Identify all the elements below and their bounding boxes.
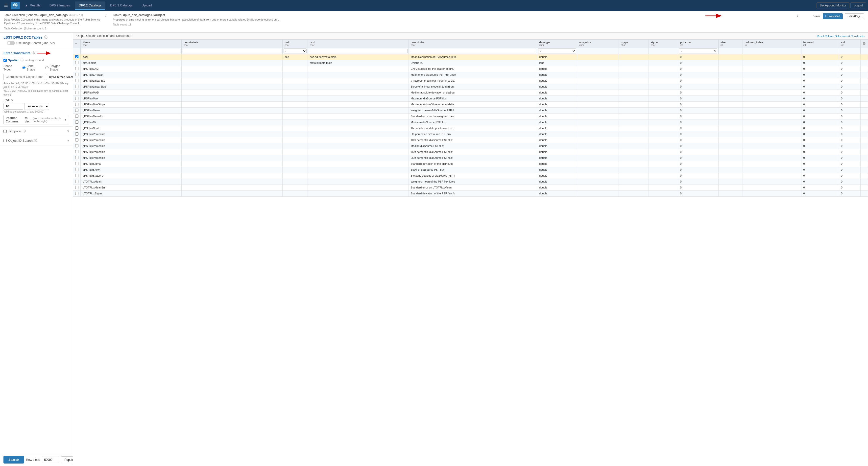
row-checkbox-cell[interactable] — [73, 155, 81, 161]
use-image-toggle[interactable] — [7, 41, 15, 45]
row-checkbox[interactable] — [75, 174, 79, 177]
row-checkbox-cell[interactable] — [73, 173, 81, 179]
filter-constraints-input[interactable] — [183, 49, 281, 53]
row-checkbox-cell[interactable] — [73, 72, 81, 77]
info-icon[interactable]: ⓘ — [44, 35, 48, 39]
row-xtype — [649, 173, 678, 179]
row-checkbox-cell[interactable] — [73, 60, 81, 66]
cone-shape-label[interactable]: Cone Shape — [22, 64, 43, 71]
row-checkbox-cell[interactable] — [73, 190, 81, 196]
hamburger-menu[interactable]: ☰ — [2, 2, 10, 9]
filter-unit-select[interactable]: - — [284, 49, 306, 54]
logout-button[interactable]: Logout — [850, 2, 866, 8]
object-id-chevron[interactable]: ∨ — [67, 139, 69, 142]
row-checkbox[interactable] — [75, 168, 79, 171]
row-checkbox-cell[interactable] — [73, 95, 81, 101]
row-checkbox-cell[interactable] — [73, 161, 81, 167]
row-checkbox-cell[interactable] — [73, 113, 81, 119]
row-checkbox[interactable] — [75, 61, 79, 64]
row-checkbox[interactable] — [75, 103, 79, 106]
object-id-header[interactable]: Object ID Search ⓘ ∨ — [0, 136, 73, 145]
lsst-title[interactable]: LSST DP0.2 DC2 Tables — [3, 35, 42, 39]
row-checkbox-cell[interactable] — [73, 149, 81, 155]
tab-dp03-catalogs[interactable]: DP0.3 Catalogs — [106, 1, 136, 10]
temporal-header[interactable]: Temporal ⓘ ∨ — [0, 127, 73, 136]
row-checkbox-cell[interactable] — [73, 84, 81, 90]
row-checkbox[interactable] — [75, 186, 79, 189]
radius-input[interactable] — [3, 103, 23, 110]
spatial-checkbox[interactable] — [3, 59, 7, 62]
tab-upload[interactable]: Upload — [137, 1, 156, 10]
row-checkbox-cell[interactable] — [73, 179, 81, 185]
filter-icon[interactable]: ▿ — [75, 42, 77, 45]
filter-principal-select[interactable]: - — [679, 49, 717, 54]
temporal-help-icon[interactable]: ⓘ — [23, 129, 26, 133]
row-checkbox-cell[interactable] — [73, 107, 81, 113]
row-checkbox-cell[interactable] — [73, 101, 81, 107]
row-checkbox[interactable] — [75, 120, 79, 124]
row-checkbox[interactable] — [75, 132, 79, 135]
row-checkbox-cell[interactable] — [73, 131, 81, 137]
row-checkbox[interactable] — [75, 73, 79, 76]
row-checkbox-cell[interactable] — [73, 90, 81, 95]
radius-unit-select[interactable]: arcseconds arcminutes degrees — [24, 103, 49, 110]
tab-dp02-catalogs[interactable]: DP0.2 Catalogs — [75, 1, 105, 10]
row-checkbox[interactable] — [75, 79, 79, 82]
row-checkbox-cell[interactable] — [73, 137, 81, 143]
ui-assisted-button[interactable]: UI assisted — [823, 13, 843, 19]
polygon-shape-radio[interactable] — [45, 66, 49, 69]
row-checkbox[interactable] — [75, 55, 79, 58]
spatial-checkbox-label[interactable]: Spatial — [3, 58, 19, 62]
table-dropdown-arrow[interactable]: ↕ — [796, 13, 800, 18]
gear-icon[interactable]: ⚙ — [863, 41, 866, 45]
row-checkbox[interactable] — [75, 150, 79, 153]
row-checkbox[interactable] — [75, 91, 79, 94]
row-checkbox[interactable] — [75, 192, 79, 195]
reset-col-link[interactable]: Reset Column Selections & Constraints — [817, 35, 865, 38]
temporal-checkbox[interactable] — [3, 130, 7, 133]
edit-adql-button[interactable]: Edit ADQL — [845, 13, 864, 19]
row-checkbox[interactable] — [75, 162, 79, 165]
row-checkbox-cell[interactable] — [73, 119, 81, 125]
object-id-help-icon[interactable]: ⓘ — [34, 138, 37, 143]
row-limit-input[interactable] — [42, 457, 59, 463]
filter-datatype-select[interactable]: - — [538, 49, 576, 54]
row-checkbox-cell[interactable] — [73, 66, 81, 72]
cone-shape-radio[interactable] — [22, 66, 26, 69]
row-checkbox-cell[interactable] — [73, 54, 81, 60]
search-button[interactable]: Search — [3, 456, 24, 464]
row-checkbox-cell[interactable] — [73, 77, 81, 84]
row-checkbox[interactable] — [75, 85, 79, 88]
ned-simbad-button[interactable]: Try NED then Simbad ▼ — [46, 74, 73, 80]
coord-input[interactable] — [3, 74, 45, 80]
row-checkbox[interactable] — [75, 67, 79, 70]
row-checkbox[interactable] — [75, 144, 79, 148]
polygon-shape-label[interactable]: Polygon Shape — [45, 64, 69, 71]
background-monitor-button[interactable]: Background Monitor — [816, 2, 849, 8]
spatial-help-icon[interactable]: ⓘ — [21, 58, 24, 62]
row-checkbox-cell[interactable] — [73, 185, 81, 190]
temporal-chevron[interactable]: ∨ — [67, 129, 69, 133]
populate-adql-button[interactable]: Populate and edit ADQL — [61, 456, 73, 463]
filter-desc-input[interactable] — [410, 49, 536, 53]
position-columns-chevron[interactable]: ▼ — [64, 118, 67, 121]
row-checkbox[interactable] — [75, 97, 79, 100]
row-checkbox[interactable] — [75, 108, 79, 112]
row-checkbox-cell[interactable] — [73, 125, 81, 131]
row-checkbox[interactable] — [75, 180, 79, 183]
row-checkbox[interactable] — [75, 126, 79, 130]
filter-ucd-input[interactable] — [309, 49, 407, 53]
constraints-help-icon[interactable]: ⓘ — [32, 51, 35, 55]
app-logo[interactable] — [11, 2, 20, 9]
filter-name-input[interactable] — [82, 49, 180, 53]
tab-dp02-images[interactable]: DP0.2 Images — [45, 1, 74, 10]
table-wrapper[interactable]: ▿ Name char constraints char unit char — [73, 39, 868, 466]
row-checkbox-cell[interactable] — [73, 143, 81, 149]
row-checkbox[interactable] — [75, 156, 79, 159]
row-checkbox-cell[interactable] — [73, 167, 81, 173]
row-checkbox[interactable] — [75, 115, 79, 118]
object-id-checkbox[interactable] — [3, 139, 7, 142]
row-checkbox[interactable] — [75, 138, 79, 142]
tab-results[interactable]: ▲ Results — [21, 1, 44, 10]
schema-dropdown-arrow[interactable]: ↕ — [104, 13, 108, 18]
